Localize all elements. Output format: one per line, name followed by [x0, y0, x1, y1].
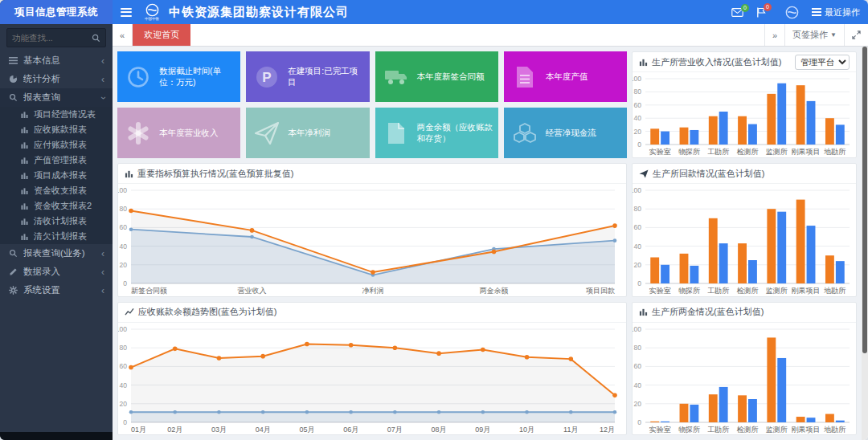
- sidebar-subitem-2[interactable]: 应付账款报表: [0, 137, 113, 153]
- sidebar-subitem-1[interactable]: 应收账款报表: [0, 122, 113, 137]
- gear-icon: [8, 286, 18, 295]
- stat-tile-0[interactable]: 数据截止时间(单位：万元): [117, 51, 240, 102]
- tab-welcome-home[interactable]: 欢迎首页: [133, 24, 190, 46]
- recent-operations[interactable]: 最近操作: [812, 6, 860, 18]
- search-box[interactable]: [6, 28, 106, 47]
- header-emblem[interactable]: [785, 6, 799, 19]
- file-icon: [375, 122, 417, 145]
- search-icon[interactable]: [91, 33, 100, 43]
- svg-text:20: 20: [634, 261, 642, 269]
- svg-text:20: 20: [120, 399, 128, 407]
- stat-tile-1[interactable]: P在建项目:已完工项目: [246, 51, 369, 102]
- svg-text:60: 60: [634, 101, 642, 109]
- sidebar-item-label: 基本信息: [23, 55, 96, 67]
- sidebar-item-label: 数据录入: [23, 266, 96, 278]
- svg-text:0: 0: [123, 418, 127, 426]
- svg-text:净利润: 净利润: [362, 287, 384, 295]
- bar-chart-icon: [19, 217, 29, 226]
- svg-text:40: 40: [634, 242, 642, 251]
- bar-chart-icon: [19, 232, 29, 242]
- sidebar-title: 项目信息管理系统: [0, 0, 113, 24]
- svg-text:监测所: 监测所: [766, 426, 788, 434]
- chevron-icon: ‹: [101, 56, 104, 66]
- platform-select[interactable]: 管理平台: [795, 55, 850, 70]
- stat-tile-5[interactable]: 本年净利润: [246, 108, 369, 158]
- budget-execution-chart: 020406080100新签合同额营业收入净利润两金余额项目回款: [118, 184, 626, 296]
- svg-text:工勘所: 工勘所: [707, 287, 729, 295]
- svg-text:100: 100: [118, 186, 127, 194]
- svg-text:01月: 01月: [131, 426, 146, 434]
- tile-label: 本年度营业收入: [159, 128, 222, 138]
- sidebar-subitem-7[interactable]: 清收计划报表: [0, 214, 113, 229]
- sidebar-item-3[interactable]: 报表查询(业务)‹: [0, 244, 113, 263]
- sidebar: 项目信息管理系统 基本信息‹统计分析‹报表查询‹项目经营情况表应收账款报表应付账…: [0, 0, 113, 440]
- svg-text:40: 40: [120, 381, 128, 389]
- svg-text:20: 20: [634, 399, 642, 407]
- svg-text:08月: 08月: [432, 426, 447, 434]
- stat-tile-3[interactable]: 本年度产值: [504, 51, 627, 102]
- svg-text:检测所: 检测所: [737, 148, 759, 156]
- left-column: 数据截止时间(单位：万元)P在建项目:已完工项目本年度新签合同额本年度产值本年度…: [117, 51, 627, 435]
- sidebar-subitem-8[interactable]: 清欠计划报表: [0, 229, 113, 244]
- sidebar-subitem-0[interactable]: 项目经营情况表: [0, 107, 113, 122]
- stat-tile-4[interactable]: 本年度营业收入: [117, 108, 240, 158]
- svg-text:营业收入: 营业收入: [238, 287, 267, 295]
- mail-icon[interactable]: 0: [731, 8, 743, 17]
- sidebar-item-2[interactable]: 报表查询‹: [0, 88, 113, 107]
- tab-operations-label: 页签操作: [792, 29, 828, 41]
- sidebar-subitem-label: 资金收支报表2: [34, 200, 92, 212]
- sidebar-subitem-6[interactable]: 资金收支报表2: [0, 198, 113, 214]
- stat-tile-2[interactable]: 本年度新签合同额: [375, 51, 498, 102]
- sidebar-item-1[interactable]: 统计分析‹: [0, 70, 113, 88]
- panel-receivables-trend: 应收账款余额趋势图(蓝色为计划值) 02040608010001月02月03月0…: [117, 302, 627, 436]
- svg-text:地勘所: 地勘所: [823, 426, 845, 434]
- paper-plane-icon: [246, 122, 288, 145]
- svg-text:检测所: 检测所: [737, 426, 759, 434]
- svg-text:80: 80: [634, 205, 642, 213]
- scrollbar-thumb[interactable]: [862, 47, 867, 353]
- svg-text:地勘所: 地勘所: [823, 287, 845, 295]
- svg-text:20: 20: [120, 261, 128, 269]
- svg-text:监测所: 监测所: [766, 287, 788, 295]
- sidebar-item-0[interactable]: 基本信息‹: [0, 51, 113, 70]
- tile-label: 本年度产值: [546, 71, 592, 82]
- tab-operations-dropdown[interactable]: 页签操作 ▼: [784, 24, 844, 46]
- flag-icon[interactable]: 0: [756, 7, 766, 18]
- tile-label: 本年净利润: [288, 128, 334, 138]
- search-input[interactable]: [12, 33, 91, 43]
- sidebar-subitem-label: 清欠计划报表: [34, 230, 87, 242]
- asterisk-icon: [117, 122, 159, 145]
- svg-text:60: 60: [634, 362, 642, 370]
- svg-text:物探所: 物探所: [678, 426, 700, 434]
- svg-text:100: 100: [633, 186, 641, 194]
- vertical-scrollbar[interactable]: [862, 47, 868, 440]
- stat-tiles: 数据截止时间(单位：万元)P在建项目:已完工项目本年度新签合同额本年度产值本年度…: [117, 51, 627, 158]
- bar-chart-icon: [639, 308, 648, 316]
- sidebar-subitem-5[interactable]: 资金收支报表: [0, 183, 113, 198]
- svg-text:项目回款: 项目回款: [586, 287, 615, 295]
- svg-text:60: 60: [634, 223, 642, 231]
- tabs-scroll-right-icon[interactable]: »: [764, 24, 784, 46]
- sidebar-subitem-3[interactable]: 产值管理报表: [0, 153, 113, 168]
- fullscreen-icon[interactable]: [844, 24, 868, 46]
- sidebar-item-label: 报表查询: [23, 92, 96, 104]
- search-icon: [8, 249, 18, 259]
- svg-text:60: 60: [120, 362, 128, 370]
- sidebar-item-4[interactable]: 数据录入‹: [0, 263, 113, 281]
- svg-text:80: 80: [120, 344, 128, 352]
- sidebar-subitem-4[interactable]: 项目成本报表: [0, 168, 113, 183]
- menu-toggle-icon[interactable]: [121, 8, 132, 17]
- sidebar-subitem-label: 应付账款报表: [34, 139, 87, 151]
- sidebar-item-5[interactable]: 系统设置‹: [0, 281, 113, 299]
- top-header: 中国中铁 中铁资源集团勘察设计有限公司 0 0 最近操作: [113, 0, 868, 24]
- tabs-scroll-left-icon[interactable]: «: [113, 24, 133, 46]
- stat-tile-6[interactable]: 两金余额（应收账款和存货）: [375, 108, 498, 158]
- dashboard-content: 数据截止时间(单位：万元)P在建项目:已完工项目本年度新签合同额本年度产值本年度…: [113, 47, 868, 440]
- svg-text:05月: 05月: [299, 426, 314, 434]
- svg-text:实验室: 实验室: [649, 148, 671, 156]
- sidebar-group-4: 数据录入‹: [0, 263, 113, 281]
- search-icon: [8, 93, 18, 103]
- stat-tile-7[interactable]: 经营净现金流: [504, 108, 627, 158]
- bar-chart-icon: [19, 141, 29, 150]
- sidebar-group-2: 报表查询‹项目经营情况表应收账款报表应付账款报表产值管理报表项目成本报表资金收支…: [0, 88, 113, 244]
